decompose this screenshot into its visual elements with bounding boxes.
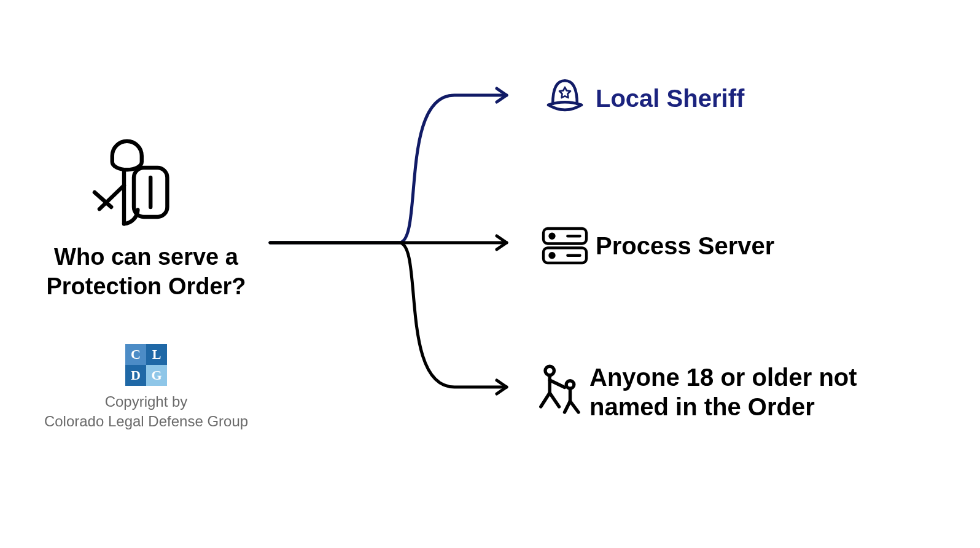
option-sheriff-label: Local Sheriff	[596, 85, 744, 112]
diagram-canvas: Who can serve a Protection Order? C L D …	[0, 0, 980, 548]
svg-point-9	[545, 366, 554, 375]
option-anyone-18: Anyone 18 or older not named in the Orde…	[534, 362, 933, 421]
copyright-block: C L D G Copyright by Colorado Legal Defe…	[42, 344, 251, 432]
logo-letter-l: L	[146, 344, 167, 365]
riot-police-icon	[80, 138, 178, 237]
svg-point-5	[550, 234, 554, 238]
copyright-line-2: Colorado Legal Defense Group	[44, 413, 248, 429]
copyright-line-1: Copyright by	[105, 393, 188, 410]
svg-point-6	[550, 253, 554, 257]
option-process-server: Process Server	[534, 224, 774, 267]
server-icon	[537, 224, 593, 267]
logo-letter-g: G	[146, 365, 167, 386]
diagram-title: Who can serve a Protection Order?	[42, 243, 251, 301]
svg-point-10	[566, 381, 574, 389]
option-process-server-label: Process Server	[596, 232, 774, 260]
cldg-logo: C L D G	[125, 344, 167, 386]
sheriff-hat-icon	[537, 71, 593, 126]
logo-letter-d: D	[125, 365, 146, 386]
option-anyone-18-label: Anyone 18 or older not named in the Orde…	[589, 362, 933, 421]
logo-letter-c: C	[125, 344, 146, 365]
copyright-text: Copyright by Colorado Legal Defense Grou…	[42, 392, 251, 432]
option-sheriff: Local Sheriff	[534, 71, 744, 126]
handoff-people-icon	[534, 362, 589, 418]
